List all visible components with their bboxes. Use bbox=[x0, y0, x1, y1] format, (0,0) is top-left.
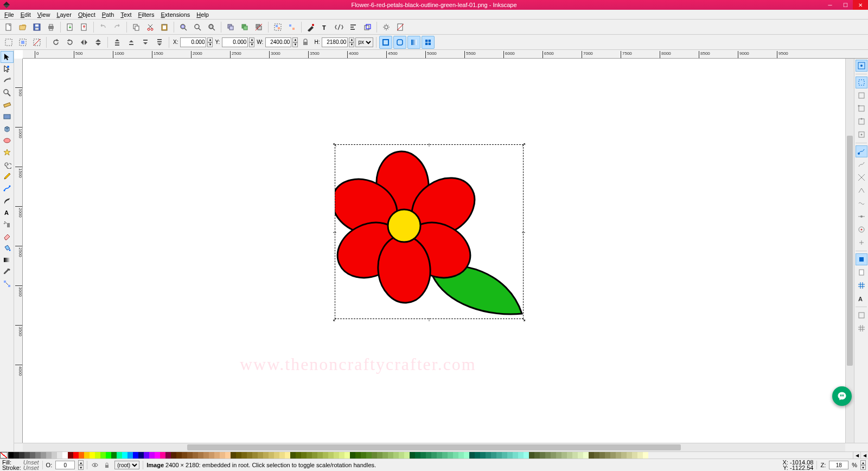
color-swatch[interactable] bbox=[583, 452, 589, 459]
rotate-ccw-button[interactable] bbox=[49, 36, 62, 49]
color-swatch[interactable] bbox=[133, 452, 138, 459]
preferences-button[interactable] bbox=[380, 21, 393, 34]
color-swatch[interactable] bbox=[176, 452, 182, 459]
menu-view[interactable]: View bbox=[34, 11, 54, 18]
snap-center-button[interactable] bbox=[856, 224, 867, 236]
color-swatch[interactable] bbox=[46, 452, 52, 459]
color-swatch[interactable] bbox=[545, 452, 551, 459]
color-swatch[interactable] bbox=[247, 452, 252, 459]
color-swatch[interactable] bbox=[160, 452, 165, 459]
calligraphy-tool[interactable] bbox=[1, 194, 14, 206]
color-swatch[interactable] bbox=[279, 452, 285, 459]
stroke-value[interactable]: Unset bbox=[23, 465, 39, 470]
color-swatch[interactable] bbox=[182, 452, 187, 459]
ellipse-tool[interactable] bbox=[1, 135, 14, 147]
layer-visibility-button[interactable] bbox=[91, 461, 99, 469]
node-tool[interactable] bbox=[1, 63, 14, 75]
color-swatch[interactable] bbox=[155, 452, 160, 459]
color-swatch[interactable] bbox=[117, 452, 122, 459]
document-properties-button[interactable] bbox=[394, 21, 407, 34]
zoom-tool[interactable] bbox=[1, 87, 14, 99]
color-swatch[interactable] bbox=[100, 452, 106, 459]
zoom-page-button[interactable] bbox=[205, 21, 218, 34]
color-swatch[interactable] bbox=[426, 452, 431, 459]
color-swatch[interactable] bbox=[122, 452, 127, 459]
unit-select[interactable]: px bbox=[355, 37, 373, 47]
color-swatch[interactable] bbox=[14, 452, 19, 459]
snap-other-button[interactable] bbox=[856, 253, 867, 265]
spiral-tool[interactable] bbox=[1, 158, 14, 170]
text-tool[interactable]: A bbox=[1, 206, 14, 218]
menu-object[interactable]: Object bbox=[75, 11, 99, 18]
snap-cusp-button[interactable] bbox=[856, 184, 867, 196]
color-swatch[interactable] bbox=[52, 452, 57, 459]
menu-layer[interactable]: Layer bbox=[53, 11, 75, 18]
redo-button[interactable] bbox=[111, 21, 124, 34]
menu-file[interactable]: File bbox=[1, 11, 17, 18]
clone-button[interactable] bbox=[238, 21, 251, 34]
color-swatch[interactable] bbox=[317, 452, 323, 459]
color-swatch[interactable] bbox=[30, 452, 35, 459]
color-swatch[interactable] bbox=[561, 452, 567, 459]
menu-path[interactable]: Path bbox=[99, 11, 118, 18]
color-swatch[interactable] bbox=[312, 452, 317, 459]
deselect-button[interactable] bbox=[30, 36, 43, 49]
color-swatch[interactable] bbox=[171, 452, 176, 459]
handle-top-left[interactable]: ↖ bbox=[332, 142, 337, 147]
color-swatch[interactable] bbox=[149, 452, 155, 459]
zoom-drawing-button[interactable] bbox=[191, 21, 204, 34]
vertical-ruler[interactable]: 05001000150020002500300035004000 bbox=[14, 59, 23, 443]
opacity-input[interactable] bbox=[55, 461, 75, 469]
color-swatch[interactable] bbox=[220, 452, 225, 459]
palette-menu-button[interactable]: ◀ bbox=[860, 452, 868, 459]
color-swatch[interactable] bbox=[307, 452, 312, 459]
color-swatch[interactable] bbox=[486, 452, 491, 459]
color-swatch[interactable] bbox=[475, 452, 480, 459]
color-swatch[interactable] bbox=[111, 452, 117, 459]
no-color-swatch[interactable] bbox=[0, 452, 8, 459]
color-swatch[interactable] bbox=[187, 452, 193, 459]
color-swatch[interactable] bbox=[502, 452, 507, 459]
snap-node-button[interactable] bbox=[856, 145, 867, 157]
flip-vertical-button[interactable] bbox=[92, 36, 105, 49]
color-swatch[interactable] bbox=[19, 452, 24, 459]
xml-editor-button[interactable] bbox=[333, 21, 346, 34]
snap-rotation-button[interactable] bbox=[856, 237, 867, 249]
color-swatch[interactable] bbox=[236, 452, 241, 459]
close-button[interactable]: ✕ bbox=[853, 0, 868, 10]
color-swatch[interactable] bbox=[193, 452, 198, 459]
measure-tool[interactable] bbox=[1, 99, 14, 111]
star-tool[interactable] bbox=[1, 147, 14, 158]
color-swatch[interactable] bbox=[241, 452, 247, 459]
color-swatch[interactable] bbox=[258, 452, 263, 459]
color-swatch[interactable] bbox=[62, 452, 68, 459]
move-gradients-button[interactable] bbox=[407, 36, 420, 49]
rotate-cw-button[interactable] bbox=[63, 36, 76, 49]
move-patterns-button[interactable] bbox=[422, 36, 435, 49]
color-swatch[interactable] bbox=[95, 452, 100, 459]
color-swatch[interactable] bbox=[209, 452, 214, 459]
snap-bbox-edge-button[interactable] bbox=[856, 90, 867, 101]
zoom-spinner[interactable]: ▲▼ bbox=[860, 460, 866, 470]
eraser-tool[interactable] bbox=[1, 230, 14, 242]
color-swatch[interactable] bbox=[491, 452, 496, 459]
color-swatch[interactable] bbox=[567, 452, 572, 459]
x-spinner[interactable]: ▲▼ bbox=[207, 37, 213, 47]
color-swatch[interactable] bbox=[632, 452, 637, 459]
color-swatch[interactable] bbox=[572, 452, 578, 459]
flip-horizontal-button[interactable] bbox=[78, 36, 91, 49]
color-swatch[interactable] bbox=[388, 452, 393, 459]
color-swatch[interactable] bbox=[513, 452, 518, 459]
color-swatch[interactable] bbox=[410, 452, 415, 459]
layer-select[interactable]: (root) bbox=[114, 461, 139, 469]
color-swatch[interactable] bbox=[643, 452, 648, 459]
color-swatch[interactable] bbox=[231, 452, 236, 459]
color-swatch[interactable] bbox=[106, 452, 111, 459]
snap-text-baseline-button[interactable] bbox=[856, 309, 867, 321]
color-swatch[interactable] bbox=[90, 452, 95, 459]
color-swatch[interactable] bbox=[529, 452, 534, 459]
color-swatch[interactable] bbox=[263, 452, 269, 459]
color-swatch[interactable] bbox=[507, 452, 513, 459]
color-swatch[interactable] bbox=[269, 452, 274, 459]
color-swatch[interactable] bbox=[296, 452, 301, 459]
